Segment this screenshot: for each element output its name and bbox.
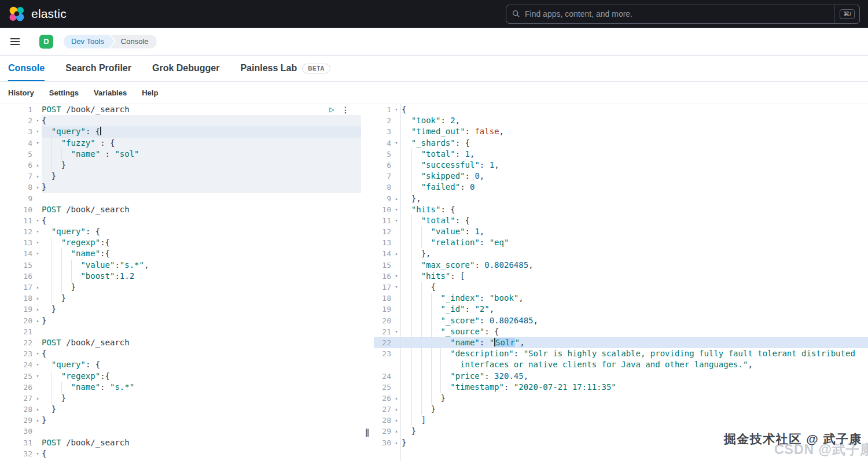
request-editor[interactable]: 1POST /book/_search2▾{3▾ "query": {4▾"fu…	[0, 104, 361, 461]
fold-toggle-icon[interactable]: ▾	[392, 104, 400, 115]
fold-toggle-icon[interactable]: ▴	[392, 437, 400, 448]
fold-toggle-icon[interactable]: ▾	[34, 115, 42, 126]
fold-toggle-icon[interactable]: ▴	[392, 193, 400, 204]
fold-toggle-icon[interactable]: ▾	[392, 215, 400, 226]
code-line[interactable]: 26▴}	[374, 393, 868, 404]
fold-toggle-icon[interactable]: ▴	[34, 293, 42, 304]
tab-console[interactable]: Console	[8, 56, 45, 81]
fold-toggle-icon[interactable]: ▴	[392, 426, 400, 437]
code-line[interactable]: 17▴}	[0, 282, 361, 293]
code-line[interactable]: 28▴]	[374, 415, 868, 426]
tab-grok-debugger[interactable]: Grok Debugger	[152, 56, 219, 81]
fold-toggle-icon[interactable]: ▾	[34, 138, 42, 149]
code-line[interactable]: 19"_id": "2",	[374, 304, 868, 315]
code-line[interactable]: 11▾"total": {	[374, 215, 868, 226]
menu-icon[interactable]	[8, 32, 27, 51]
fold-toggle-icon[interactable]: ▾	[34, 237, 42, 248]
code-line[interactable]: 12"value": 1,	[374, 226, 868, 237]
code-line[interactable]: 21	[0, 326, 361, 337]
code-line[interactable]: 5"name" : "sol"	[0, 149, 361, 160]
fold-toggle-icon[interactable]: ▴	[392, 393, 400, 404]
code-line[interactable]: 4▾ "_shards": {	[374, 138, 868, 149]
wrench-icon[interactable]: ⋮	[341, 106, 350, 114]
code-line[interactable]: 3 "timed_out": false,	[374, 126, 868, 137]
fold-toggle-icon[interactable]: ▾	[392, 204, 400, 215]
code-line[interactable]: 14▴},	[374, 248, 868, 259]
search-input[interactable]	[525, 9, 834, 19]
fold-toggle-icon[interactable]: ▾	[34, 359, 42, 370]
code-line[interactable]: 5"total": 1,	[374, 149, 868, 160]
code-line[interactable]: 2▾{	[0, 115, 361, 126]
code-line[interactable]: 27▴}	[0, 393, 361, 404]
fold-toggle-icon[interactable]: ▾	[34, 126, 42, 137]
code-line[interactable]: 20▴}	[0, 315, 361, 326]
code-line[interactable]: 11▾{	[0, 215, 361, 226]
code-line[interactable]: 30	[0, 426, 361, 437]
code-line[interactable]: 8"failed": 0	[374, 182, 868, 193]
fold-toggle-icon[interactable]: ▾	[392, 271, 400, 282]
fold-toggle-icon[interactable]: ▾	[34, 215, 42, 226]
resizer-grip-icon[interactable]	[366, 429, 369, 437]
code-line[interactable]: 26"name": "s.*"	[0, 382, 361, 393]
toolbar-item-settings[interactable]: Settings	[49, 88, 79, 97]
fold-toggle-icon[interactable]: ▴	[34, 171, 42, 182]
response-viewer[interactable]: 1▾{2 "took": 2,3 "timed_out": false,4▾ "…	[374, 104, 868, 461]
code-line[interactable]: 13▾"regexp":{	[0, 237, 361, 248]
code-line[interactable]: 25▾"regexp":{	[0, 371, 361, 382]
code-line[interactable]: 3▾ "query": {	[0, 126, 361, 137]
code-line[interactable]: 22POST /book/_search	[0, 337, 361, 348]
code-line[interactable]: 25"timestamp": "2020-07-21 17:11:35"	[374, 382, 868, 393]
fold-toggle-icon[interactable]: ▾	[34, 348, 42, 359]
code-line[interactable]: 1POST /book/_search	[0, 104, 361, 115]
code-line[interactable]: 9▴ },	[374, 193, 868, 204]
fold-toggle-icon[interactable]: ▴	[34, 393, 42, 404]
code-line[interactable]: 15"value":"s.*",	[0, 260, 361, 271]
code-line[interactable]: 9	[0, 193, 361, 204]
pane-resizer[interactable]	[361, 104, 374, 461]
code-line[interactable]: 6"successful": 1,	[374, 160, 868, 171]
code-line[interactable]: 6▴}	[0, 160, 361, 171]
tab-search-profiler[interactable]: Search Profiler	[65, 56, 131, 81]
fold-toggle-icon[interactable]: ▴	[34, 282, 42, 293]
fold-toggle-icon[interactable]: ▴	[392, 248, 400, 259]
code-line[interactable]: 18"_index": "book",	[374, 293, 868, 304]
code-line[interactable]: 4▾"fuzzy" : {	[0, 138, 361, 149]
fold-toggle-icon[interactable]: ▾	[392, 138, 400, 149]
code-line[interactable]: 14▾"name":{	[0, 248, 361, 259]
tab-painless-lab[interactable]: Painless LabBETA	[240, 56, 330, 81]
code-line[interactable]: 13"relation": "eq"	[374, 237, 868, 248]
code-line[interactable]: 12▾ "query": {	[0, 226, 361, 237]
code-line[interactable]: 16"boost":1.2	[0, 271, 361, 282]
code-line[interactable]: 17▾{	[374, 282, 868, 293]
code-line[interactable]: 16▾"hits": [	[374, 271, 868, 282]
fold-toggle-icon[interactable]: ▾	[34, 371, 42, 382]
code-line[interactable]: 10▾ "hits": {	[374, 204, 868, 215]
code-line[interactable]: 23"description": "Solr is highly scalabl…	[374, 348, 868, 359]
fold-toggle-icon[interactable]: ▴	[34, 182, 42, 193]
fold-toggle-icon[interactable]: ▴	[34, 315, 42, 326]
code-line[interactable]: 1▾{	[374, 104, 868, 115]
fold-toggle-icon[interactable]: ▾	[34, 248, 42, 259]
toolbar-item-help[interactable]: Help	[142, 88, 158, 97]
send-request-icon[interactable]: ▷	[329, 105, 334, 114]
code-line[interactable]: 20"_score": 0.8026485,	[374, 315, 868, 326]
code-line[interactable]: 15"max_score": 0.8026485,	[374, 260, 868, 271]
fold-toggle-icon[interactable]: ▴	[34, 415, 42, 426]
code-line[interactable]: 24▾ "query": {	[0, 359, 361, 370]
fold-toggle-icon[interactable]: ▾	[392, 326, 400, 337]
code-line[interactable]: 28▴ }	[0, 404, 361, 415]
global-search[interactable]: ⌘/	[506, 5, 860, 24]
code-line[interactable]: interfaces or native clients for Java an…	[374, 359, 868, 370]
space-avatar[interactable]: D	[39, 35, 53, 49]
code-line[interactable]: 19▴ }	[0, 304, 361, 315]
elastic-logo-icon[interactable]	[8, 5, 25, 23]
code-line[interactable]: 7"skipped": 0,	[374, 171, 868, 182]
fold-toggle-icon[interactable]: ▴	[392, 404, 400, 415]
code-line[interactable]: 32▾{	[0, 448, 361, 459]
toolbar-item-variables[interactable]: Variables	[94, 88, 127, 97]
code-line[interactable]: 7▴ }	[0, 171, 361, 182]
code-line[interactable]: 21▾"_source": {	[374, 326, 868, 337]
code-line[interactable]: 18▴}	[0, 293, 361, 304]
code-line[interactable]: 24"price": 320.45,	[374, 371, 868, 382]
code-line[interactable]: 8▴}	[0, 182, 361, 193]
